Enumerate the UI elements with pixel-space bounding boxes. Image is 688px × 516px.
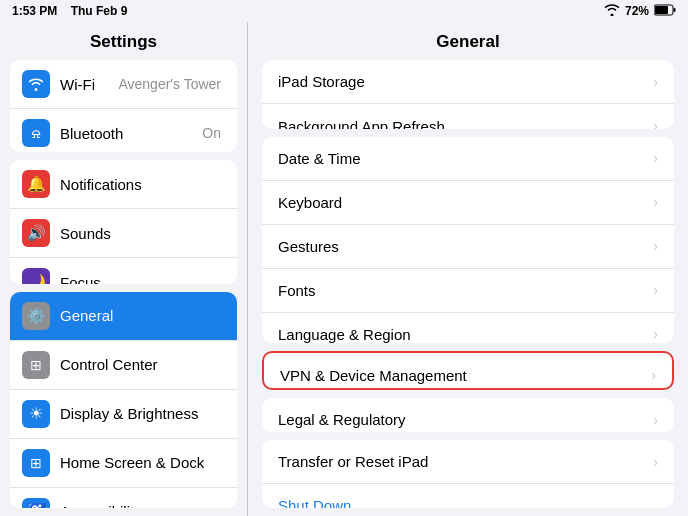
sidebar-item-home-screen[interactable]: ⊞ Home Screen & Dock (10, 439, 237, 488)
chevron-icon: › (653, 150, 658, 166)
chevron-icon: › (653, 412, 658, 428)
content-section-storage: iPad Storage › Background App Refresh › (262, 60, 674, 129)
keyboard-label: Keyboard (278, 194, 645, 211)
sounds-label: Sounds (60, 225, 225, 242)
chevron-icon: › (653, 238, 658, 254)
chevron-icon: › (653, 194, 658, 210)
content-item-background-refresh[interactable]: Background App Refresh › (262, 104, 674, 129)
wifi-icon (22, 70, 50, 98)
transfer-reset-label: Transfer or Reset iPad (278, 453, 645, 470)
content-section-transfer: Transfer or Reset iPad › Shut Down (262, 440, 674, 508)
content-panel: General iPad Storage › Background App Re… (248, 22, 688, 516)
content-item-date-time[interactable]: Date & Time › (262, 137, 674, 181)
sidebar-item-display[interactable]: ☀ Display & Brightness (10, 390, 237, 439)
sidebar-item-bluetooth[interactable]: ⍾ Bluetooth On (10, 109, 237, 152)
sidebar-section-notifications: 🔔 Notifications 🔊 Sounds 🌙 Focus ⏳ Scree… (10, 160, 237, 283)
date-time-label: Date & Time (278, 150, 645, 167)
wifi-icon (604, 4, 620, 19)
accessibility-label: Accessibility (60, 503, 225, 508)
svg-rect-1 (655, 6, 668, 14)
sidebar-section-network: Wi-Fi Avenger's Tower ⍾ Bluetooth On VPN… (10, 60, 237, 152)
battery-icon (654, 4, 676, 19)
sidebar-item-focus[interactable]: 🌙 Focus (10, 258, 237, 283)
home-screen-label: Home Screen & Dock (60, 454, 225, 471)
sidebar-item-general[interactable]: ⚙️ General (10, 292, 237, 341)
main-container: Settings Wi-Fi Avenger's Tower ⍾ Bluetoo… (0, 22, 688, 516)
bluetooth-value: On (202, 125, 221, 141)
notifications-label: Notifications (60, 176, 225, 193)
content-section-settings: Date & Time › Keyboard › Gestures › Font… (262, 137, 674, 343)
content-item-ipad-storage[interactable]: iPad Storage › (262, 60, 674, 104)
chevron-icon: › (653, 74, 658, 90)
content-section-legal: Legal & Regulatory › (262, 398, 674, 432)
notifications-icon: 🔔 (22, 170, 50, 198)
content-item-legal[interactable]: Legal & Regulatory › (262, 398, 674, 432)
bluetooth-label: Bluetooth (60, 125, 202, 142)
control-center-icon: ⊞ (22, 351, 50, 379)
fonts-label: Fonts (278, 282, 645, 299)
sidebar-item-accessibility[interactable]: ♿ Accessibility (10, 488, 237, 508)
general-label: General (60, 307, 225, 324)
content-item-gestures[interactable]: Gestures › (262, 225, 674, 269)
display-label: Display & Brightness (60, 405, 225, 422)
sidebar-item-control-center[interactable]: ⊞ Control Center (10, 341, 237, 390)
content-vpn-management[interactable]: VPN & Device Management › (262, 351, 674, 389)
gestures-label: Gestures (278, 238, 645, 255)
sidebar: Settings Wi-Fi Avenger's Tower ⍾ Bluetoo… (0, 22, 248, 516)
control-center-label: Control Center (60, 356, 225, 373)
status-time-date: 1:53 PM Thu Feb 9 (12, 4, 127, 18)
shut-down-button[interactable]: Shut Down (262, 484, 674, 508)
bluetooth-icon: ⍾ (22, 119, 50, 147)
battery-percent: 72% (625, 4, 649, 18)
wifi-label: Wi-Fi (60, 76, 118, 93)
svg-rect-2 (674, 8, 676, 12)
content-title: General (248, 22, 688, 60)
sidebar-section-general: ⚙️ General ⊞ Control Center ☀ Display & … (10, 292, 237, 508)
sidebar-item-sounds[interactable]: 🔊 Sounds (10, 209, 237, 258)
sidebar-item-wifi[interactable]: Wi-Fi Avenger's Tower (10, 60, 237, 109)
language-region-label: Language & Region (278, 326, 645, 343)
display-icon: ☀ (22, 400, 50, 428)
sounds-icon: 🔊 (22, 219, 50, 247)
sidebar-title: Settings (0, 22, 247, 60)
content-item-language-region[interactable]: Language & Region › (262, 313, 674, 343)
background-refresh-label: Background App Refresh (278, 118, 645, 129)
wifi-value: Avenger's Tower (118, 76, 221, 92)
home-screen-icon: ⊞ (22, 449, 50, 477)
chevron-icon: › (653, 118, 658, 129)
chevron-icon: › (651, 367, 656, 383)
content-item-transfer-reset[interactable]: Transfer or Reset iPad › (262, 440, 674, 484)
legal-label: Legal & Regulatory (278, 411, 645, 428)
status-bar: 1:53 PM Thu Feb 9 72% (0, 0, 688, 22)
date: Thu Feb 9 (71, 4, 128, 18)
accessibility-icon: ♿ (22, 498, 50, 508)
chevron-icon: › (653, 282, 658, 298)
focus-icon: 🌙 (22, 268, 50, 283)
vpn-management-item[interactable]: VPN & Device Management › (264, 353, 672, 389)
time: 1:53 PM (12, 4, 57, 18)
chevron-icon: › (653, 326, 658, 342)
ipad-storage-label: iPad Storage (278, 73, 645, 90)
general-icon: ⚙️ (22, 302, 50, 330)
status-icons: 72% (604, 4, 676, 19)
vpn-management-label: VPN & Device Management (280, 367, 643, 384)
content-item-keyboard[interactable]: Keyboard › (262, 181, 674, 225)
focus-label: Focus (60, 274, 225, 284)
content-item-fonts[interactable]: Fonts › (262, 269, 674, 313)
chevron-icon: › (653, 454, 658, 470)
sidebar-item-notifications[interactable]: 🔔 Notifications (10, 160, 237, 209)
